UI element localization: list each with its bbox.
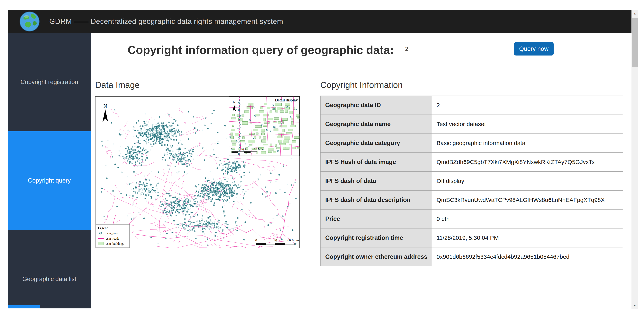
inset-title-label: Detail display [275,98,298,102]
app-header: GDRM —— Decentralized geographic data ri… [8,10,632,33]
table-row: Copyright owner ethereum address 0x901d6… [320,247,623,266]
table-row: Geographic data name Test vector dataset [320,115,623,134]
inset-north-label: N [233,100,236,104]
app-title: GDRM —— Decentralized geographic data ri… [49,17,283,26]
legend-buildings-symbol [98,242,104,245]
sidebar-nav: Copyright registration Copyright query G… [8,33,91,309]
scroll-thumb[interactable] [632,17,638,67]
scale-label-mid: 30 [274,238,277,242]
info-value-cell: Off display [432,172,623,190]
sidebar-item-label: Copyright registration [20,79,78,86]
scroll-down-arrow-icon[interactable]: ▼ [632,302,638,309]
info-label-cell: IPFS Hash of data image [320,153,432,172]
info-value-cell: 0 eth [432,209,623,228]
info-value-cell: 2 [432,96,623,115]
sidebar-item-label: Geographic data list [22,276,76,283]
sidebar-item-label: Copyright query [28,177,71,184]
info-label-cell: Copyright registration time [320,228,432,247]
inset-scale-label-0: 0 [231,148,232,151]
map-legend: Legend osm_pois osm_roads osm_buildings [96,224,130,248]
map-detail-inset: Detail display N 0 0.2 0.4 Miles [229,96,300,157]
sidebar-item-copyright-registration[interactable]: Copyright registration [8,33,91,131]
info-label-cell: Price [320,209,432,228]
table-row: Price 0 eth [320,209,623,228]
scale-label-end: 60 Miles [288,238,299,242]
sidebar-item-geographic-data-list[interactable]: Geographic data list [8,230,91,309]
info-label-cell: Copyright owner ethereum address [320,247,432,266]
info-label-cell: IPFS dash of data [320,172,432,190]
table-row: IPFS dash of data Off display [320,172,623,190]
info-value-cell: 11/28/2019, 5:30:04 PM [432,228,623,247]
query-now-button[interactable]: Query now [514,42,554,55]
legend-buildings-label: osm_buildings [106,242,124,245]
table-row: IPFS dash of data description QmSC3kRvun… [320,190,623,209]
inset-scale-label-end: 0.4 Miles [254,148,265,151]
table-row: Copyright registration time 11/28/2019, … [320,228,623,247]
info-value-cell: Basic geographic information data [432,134,623,153]
scale-label-0: 0 [255,238,257,242]
info-label-cell: Geographic data category [320,134,432,153]
table-row: Geographic data category Basic geographi… [320,134,623,153]
copyright-info-section-title: Copyright Information [320,80,403,90]
table-row: Geographic data ID 2 [320,96,623,115]
info-label-cell: Geographic data name [320,115,432,134]
legend-pois-label: osm_pois [106,232,118,235]
query-input[interactable] [402,43,505,55]
inset-scale-label-mid: 0.2 [242,148,246,151]
copyright-info-table: Geographic data ID 2 Geographic data nam… [320,96,623,266]
info-value-cell: 0x901d6b6692f5334c4fdcd4b92a9651b054467b… [432,247,623,266]
info-value-cell: QmdBZdh69C5gbT7Xki7XMgXi8YNxwkRKtZTAy7Q5… [432,153,623,172]
page-title: Copyright information query of geographi… [128,43,394,57]
info-value-cell: QmSC3kRvunUwdWaTCPv98ALGfHWs8u6LnNnEAFpg… [432,190,623,209]
scroll-up-arrow-icon[interactable]: ▲ [632,10,638,17]
sidebar-bottom-accent [8,305,40,309]
legend-pois-symbol [100,232,102,234]
vertical-scrollbar[interactable]: ▲ ▼ [632,10,638,309]
data-image-section-title: Data Image [95,80,140,90]
data-image-map: Detail display N 0 0.2 0.4 Miles Legend … [95,96,300,248]
info-label-cell: IPFS dash of data description [320,190,432,209]
info-label-cell: Geographic data ID [320,96,432,115]
sidebar-item-copyright-query[interactable]: Copyright query [8,131,91,230]
legend-roads-label: osm_roads [106,237,119,240]
map-north-label: N [104,103,107,109]
info-value-cell: Test vector dataset [432,115,623,134]
table-row: IPFS Hash of data image QmdBZdh69C5gbT7X… [320,153,623,172]
globe-logo-icon [19,11,40,32]
legend-title: Legend [98,226,108,230]
